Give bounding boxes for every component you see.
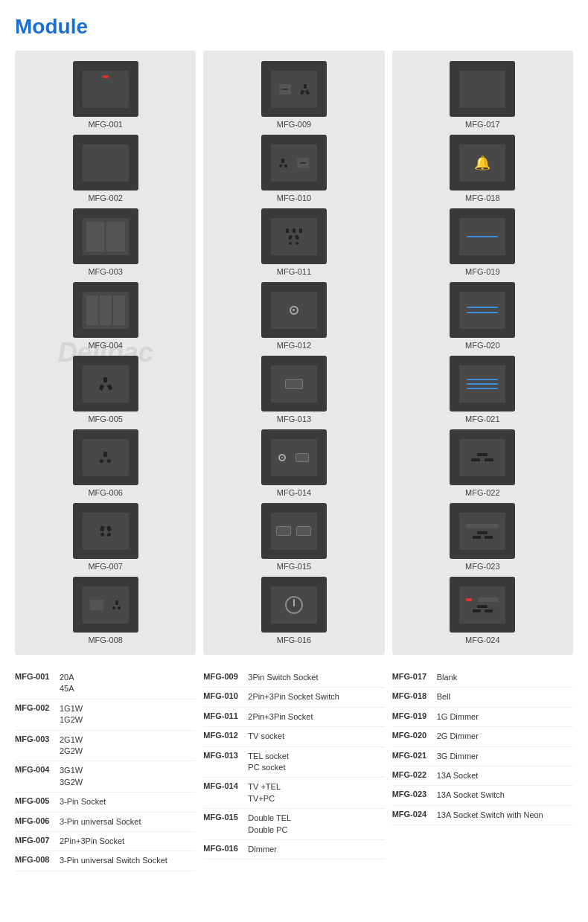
module-label-mfg-009: MFG-009 [277, 120, 311, 129]
columns-wrapper: Dellpac MFG-001 MFG-002 [15, 51, 573, 655]
module-mfg-013: MFG-013 [211, 356, 377, 423]
module-label-mfg-003: MFG-003 [88, 267, 122, 276]
column-2: MFG-009 MFG-010 [203, 51, 384, 655]
desc-text-mfg-022: 13A Socket [437, 770, 479, 781]
desc-text-mfg-011: 2Pin+3Pin Socket [248, 711, 313, 723]
module-label-mfg-007: MFG-007 [88, 562, 122, 571]
module-mfg-017: MFG-017 [400, 61, 566, 129]
module-img-mfg-022 [450, 429, 515, 485]
module-label-mfg-014: MFG-014 [277, 488, 311, 497]
module-mfg-024: MFG-024 [400, 577, 566, 644]
desc-col-2: MFG-009 3Pin Switch Socket MFG-010 2Pin+… [203, 668, 384, 871]
module-img-mfg-012 [261, 282, 327, 338]
desc-code-mfg-010: MFG-010 [203, 691, 242, 700]
desc-item-mfg-018: MFG-018 Bell [392, 688, 573, 707]
desc-code-mfg-002: MFG-002 [15, 703, 54, 712]
module-img-mfg-019 [450, 208, 515, 264]
module-label-mfg-024: MFG-024 [465, 636, 499, 644]
module-mfg-021: MFG-021 [400, 356, 566, 423]
desc-code-mfg-016: MFG-016 [203, 844, 242, 853]
module-mfg-005: MFG-005 [22, 356, 188, 423]
desc-text-mfg-023: 13A Socket Switch [437, 790, 505, 801]
desc-item-mfg-016: MFG-016 Dimmer [203, 840, 384, 859]
module-mfg-008: MFG-008 [22, 577, 188, 644]
desc-code-mfg-003: MFG-003 [15, 734, 54, 743]
module-label-mfg-022: MFG-022 [465, 488, 499, 497]
desc-code-mfg-014: MFG-014 [203, 781, 242, 790]
desc-code-mfg-021: MFG-021 [392, 751, 431, 760]
module-mfg-022: MFG-022 [400, 429, 566, 497]
desc-text-mfg-013: TEL socketPC socket [248, 751, 289, 774]
desc-text-mfg-003: 2G1W2G2W [60, 734, 83, 758]
module-label-mfg-005: MFG-005 [88, 414, 122, 423]
module-mfg-015: MFG-015 [211, 503, 377, 571]
page-title: Module [15, 15, 573, 39]
desc-text-mfg-004: 3G1W3G2W [60, 765, 83, 788]
desc-code-mfg-020: MFG-020 [392, 731, 431, 740]
desc-code-mfg-013: MFG-013 [203, 751, 242, 760]
module-mfg-020: MFG-020 [400, 282, 566, 350]
desc-text-mfg-005: 3-Pin Socket [60, 796, 106, 807]
desc-code-mfg-011: MFG-011 [203, 711, 242, 720]
module-img-mfg-014 [261, 429, 327, 485]
desc-item-mfg-017: MFG-017 Blank [392, 668, 573, 688]
module-mfg-010: MFG-010 [211, 135, 377, 202]
desc-item-mfg-022: MFG-022 13A Socket [392, 766, 573, 786]
desc-item-mfg-013: MFG-013 TEL socketPC socket [203, 747, 384, 778]
module-mfg-014: MFG-014 [211, 429, 377, 497]
module-label-mfg-008: MFG-008 [88, 636, 122, 644]
desc-code-mfg-018: MFG-018 [392, 691, 431, 700]
desc-item-mfg-005: MFG-005 3-Pin Socket [15, 793, 196, 812]
module-img-mfg-015 [261, 503, 327, 559]
module-img-mfg-006 [73, 429, 138, 485]
module-label-mfg-006: MFG-006 [88, 488, 122, 497]
module-img-mfg-003 [73, 208, 138, 264]
module-img-mfg-024 [450, 577, 515, 633]
module-label-mfg-013: MFG-013 [277, 414, 311, 423]
desc-code-mfg-012: MFG-012 [203, 731, 242, 740]
module-label-mfg-017: MFG-017 [465, 120, 499, 129]
desc-item-mfg-010: MFG-010 2Pin+3Pin Socket Switch [203, 688, 384, 707]
module-mfg-018: 🔔 MFG-018 [400, 135, 566, 202]
module-img-mfg-002 [73, 135, 138, 191]
module-mfg-001: MFG-001 [22, 61, 188, 129]
module-label-mfg-001: MFG-001 [88, 120, 122, 129]
desc-code-mfg-019: MFG-019 [392, 711, 431, 720]
desc-item-mfg-023: MFG-023 13A Socket Switch [392, 786, 573, 805]
desc-code-mfg-017: MFG-017 [392, 672, 431, 681]
module-mfg-012: MFG-012 [211, 282, 377, 350]
module-mfg-023: MFG-023 [400, 503, 566, 571]
desc-item-mfg-014: MFG-014 TV +TELTV+PC [203, 778, 384, 809]
module-img-mfg-009 [261, 61, 327, 117]
module-mfg-011: MFG-011 [211, 208, 377, 276]
desc-item-mfg-012: MFG-012 TV socket [203, 727, 384, 746]
desc-code-mfg-009: MFG-009 [203, 672, 242, 681]
desc-item-mfg-024: MFG-024 13A Socket Switch with Neon [392, 806, 573, 825]
desc-item-mfg-008: MFG-008 3-Pin universal Switch Socket [15, 851, 196, 871]
desc-item-mfg-021: MFG-021 3G Dimmer [392, 747, 573, 766]
module-img-mfg-010 [261, 135, 327, 191]
column-3: MFG-017 🔔 MFG-018 MFG-019 [392, 51, 573, 655]
desc-text-mfg-017: Blank [437, 672, 458, 683]
module-img-mfg-020 [450, 282, 515, 338]
module-img-mfg-018: 🔔 [450, 135, 515, 191]
desc-text-mfg-018: Bell [437, 691, 450, 702]
desc-item-mfg-004: MFG-004 3G1W3G2W [15, 761, 196, 793]
desc-code-mfg-024: MFG-024 [392, 810, 431, 819]
module-mfg-019: MFG-019 [400, 208, 566, 276]
desc-text-mfg-024: 13A Socket Switch with Neon [437, 810, 543, 821]
desc-text-mfg-015: Double TELDouble PC [248, 813, 291, 836]
desc-text-mfg-012: TV socket [248, 731, 284, 742]
desc-text-mfg-006: 3-Pin universal Socket [60, 816, 141, 827]
desc-text-mfg-002: 1G1W1G2W [60, 703, 83, 726]
module-label-mfg-015: MFG-015 [277, 562, 311, 571]
module-img-mfg-023 [450, 503, 515, 559]
desc-text-mfg-021: 3G Dimmer [437, 751, 479, 762]
desc-code-mfg-023: MFG-023 [392, 790, 431, 798]
desc-code-mfg-004: MFG-004 [15, 765, 54, 774]
module-img-mfg-004 [73, 282, 138, 338]
desc-code-mfg-008: MFG-008 [15, 855, 54, 864]
module-label-mfg-010: MFG-010 [277, 193, 311, 202]
module-label-mfg-018: MFG-018 [465, 193, 499, 202]
module-label-mfg-012: MFG-012 [277, 341, 311, 350]
